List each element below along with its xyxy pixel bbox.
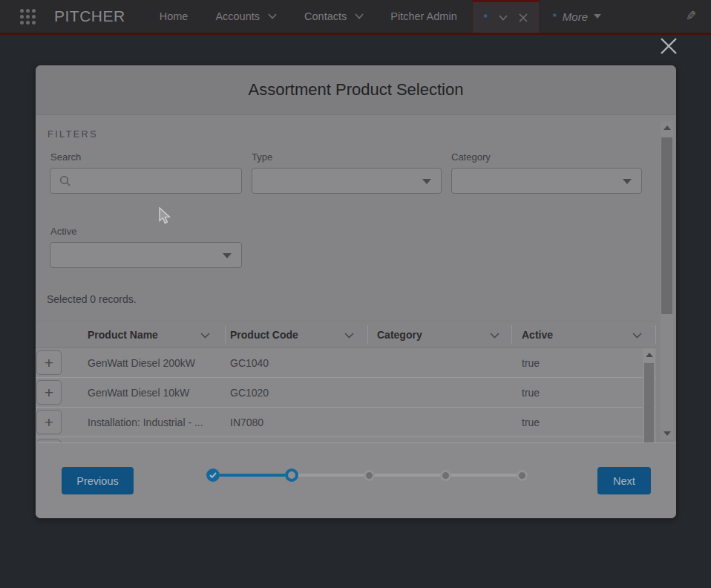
wizard-step-2 (285, 468, 298, 482)
filters-heading: FILTERS (47, 129, 98, 140)
category-label: Category (451, 151, 491, 163)
triangle-down-icon (623, 179, 632, 184)
modal-footer: Previous Next (36, 442, 676, 518)
scroll-up-icon[interactable] (646, 353, 653, 357)
active-label: Active (50, 226, 76, 237)
check-icon (209, 472, 217, 478)
column-chevron-down-icon[interactable] (632, 333, 642, 339)
next-button[interactable]: Next (597, 467, 651, 494)
cell-product-name: GenWatt Diesel 10kW (88, 378, 189, 408)
more-tabs-menu[interactable]: * More (553, 10, 601, 23)
add-product-button[interactable]: + (36, 380, 62, 405)
wizard-step-3 (364, 470, 375, 481)
cell-product-code: GC1040 (230, 348, 269, 378)
add-product-button[interactable]: + (36, 350, 62, 375)
category-select[interactable] (451, 168, 642, 194)
wizard-step-1 (206, 468, 220, 482)
column-divider (225, 325, 226, 344)
cell-active: true (522, 408, 540, 437)
app-launcher-icon[interactable] (20, 9, 36, 24)
column-divider (511, 325, 512, 344)
wizard-step-4 (440, 470, 451, 481)
wizard-step-5 (517, 470, 528, 481)
column-header-active[interactable]: Active (522, 321, 553, 349)
tab-close-icon[interactable] (519, 13, 528, 22)
modal-header: Assortment Product Selection (36, 65, 676, 115)
type-label: Type (252, 151, 272, 163)
chevron-down-icon (268, 13, 277, 19)
search-label: Search (50, 151, 81, 163)
progress-connector (375, 474, 440, 477)
previous-button[interactable]: Previous (62, 467, 134, 494)
column-chevron-down-icon[interactable] (200, 333, 210, 339)
unsaved-indicator: * (484, 12, 488, 23)
nav-tab-contacts[interactable]: Contacts (304, 10, 364, 22)
modal-scrollbar[interactable] (661, 121, 673, 440)
cell-product-code: IN7080 (230, 408, 263, 437)
assortment-product-selection-modal: Assortment Product Selection FILTERS Sea… (36, 65, 676, 518)
cell-active: true (522, 348, 540, 378)
column-divider (367, 325, 368, 344)
nav-tab-contacts-label: Contacts (304, 10, 347, 22)
nav-tab-pitcher-admin-label: Pitcher Admin (390, 10, 456, 22)
column-chevron-down-icon[interactable] (344, 333, 354, 339)
triangle-down-icon (422, 179, 431, 184)
nav-tab-pitcher-admin[interactable]: Pitcher Admin (390, 10, 456, 22)
nav-tab-home[interactable]: Home (160, 10, 189, 22)
progress-connector (220, 474, 285, 477)
type-select[interactable] (252, 168, 442, 194)
top-nav: PITCHER Home Accounts Contacts Pitcher A… (0, 0, 711, 35)
nav-tab-home-label: Home (160, 10, 189, 22)
triangle-down-icon (223, 253, 232, 258)
cell-product-code: GC1020 (230, 378, 269, 408)
brand-logo: PITCHER (54, 7, 125, 25)
table-header: Product Name Product Code Category Activ… (36, 321, 656, 348)
cell-product-name: GenWatt Diesel 200kW (88, 348, 195, 378)
wizard-progress (206, 468, 528, 482)
column-header-product-code[interactable]: Product Code (230, 321, 298, 349)
triangle-down-icon (594, 14, 601, 19)
column-header-category[interactable]: Category (377, 321, 422, 349)
cell-product-name: Installation: Industrial - ... (88, 408, 203, 437)
modal-close-icon[interactable] (660, 37, 678, 55)
active-workspace-tab[interactable]: * (472, 0, 540, 33)
table-row-partial (36, 437, 656, 442)
column-divider (655, 325, 656, 344)
selection-summary: Selected 0 records. (47, 293, 137, 305)
progress-connector (298, 474, 364, 477)
add-product-button[interactable]: + (36, 410, 62, 434)
modal-scrollbar-thumb[interactable] (661, 137, 672, 314)
column-header-product-name[interactable]: Product Name (88, 321, 158, 349)
search-input[interactable] (50, 169, 241, 193)
more-tabs-label: More (563, 10, 588, 23)
search-field (50, 168, 242, 194)
mouse-cursor (158, 207, 171, 225)
unsaved-indicator: * (553, 11, 557, 22)
edit-pencil-icon[interactable]: ✎ (686, 8, 696, 24)
column-chevron-down-icon[interactable] (490, 333, 499, 339)
table-scrollbar-thumb[interactable] (644, 363, 654, 442)
scroll-up-icon[interactable] (664, 125, 671, 130)
table-row: + GenWatt Diesel 200kW GC1040 true (36, 348, 656, 378)
cell-active: true (522, 378, 540, 408)
progress-connector (451, 474, 517, 477)
nav-tab-accounts-label: Accounts (215, 10, 260, 22)
scroll-down-icon[interactable] (664, 431, 671, 436)
modal-title: Assortment Product Selection (249, 80, 464, 99)
table-scrollbar[interactable] (643, 348, 655, 442)
product-table: Product Name Product Code Category Activ… (36, 321, 656, 442)
table-row: + GenWatt Diesel 10kW GC1020 true (36, 378, 656, 408)
modal-body: FILTERS Search Type Category Active (36, 115, 676, 442)
screen: PITCHER Home Accounts Contacts Pitcher A… (0, 0, 711, 588)
table-row: + Installation: Industrial - ... IN7080 … (36, 408, 656, 437)
nav-tab-accounts[interactable]: Accounts (215, 10, 277, 22)
chevron-down-icon (355, 13, 364, 19)
active-select[interactable] (50, 242, 242, 268)
tab-chevron-down-icon[interactable] (499, 15, 508, 21)
